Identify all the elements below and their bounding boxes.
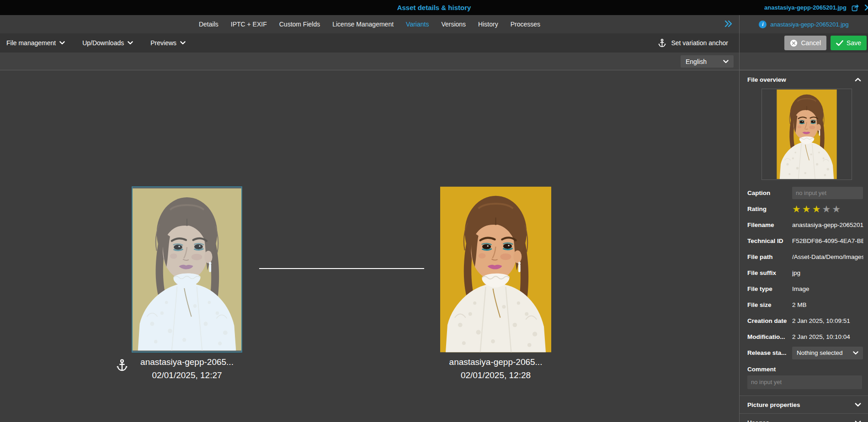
variant-color-overlay — [133, 187, 241, 352]
up-downloads-label: Up/Downloads — [82, 39, 124, 47]
previews-menu[interactable]: Previews — [150, 39, 186, 47]
file-path-label: File path — [747, 253, 792, 260]
cancel-circle-icon — [790, 39, 798, 47]
file-management-menu[interactable]: File management — [6, 39, 65, 47]
save-label: Save — [847, 39, 861, 47]
tab-custom-fields[interactable]: Custom Fields — [279, 21, 320, 28]
filename-label: Filename — [747, 222, 792, 228]
variant-caption-anchor: anastasiya-gepp-2065... 02/01/2025, 12:2… — [132, 355, 242, 382]
file-type-label: File type — [747, 285, 792, 292]
chevron-down-icon[interactable] — [855, 403, 861, 407]
technical-id-label: Technical ID — [747, 237, 792, 244]
file-thumbnail[interactable] — [776, 90, 838, 179]
field-rating: Rating ★★★★★ — [740, 201, 868, 217]
chevron-down-icon[interactable] — [855, 421, 861, 422]
tab-bar: Details IPTC + EXIF Custom Fields Licens… — [0, 15, 739, 33]
chevron-down-icon — [723, 60, 729, 63]
file-path-value: /Asset-Data/Demo/Images/1- — [792, 253, 863, 260]
language-select[interactable]: English — [681, 55, 734, 68]
close-icon[interactable] — [864, 4, 868, 11]
creation-date-value: 2 Jan 2025, 10:09:51 — [792, 317, 850, 324]
variant-date: 02/01/2025, 12:28 — [440, 369, 551, 382]
asset-details-window: Asset details & history anastasiya-gepp-… — [0, 0, 868, 422]
caption-label: Caption — [747, 190, 792, 196]
set-variation-anchor-label: Set variation anchor — [671, 39, 728, 47]
variant-image[interactable] — [440, 186, 551, 353]
chevron-down-icon — [853, 351, 858, 355]
field-file-path: File path /Asset-Data/Demo/Images/1- — [740, 249, 868, 265]
window-title: Asset details & history — [0, 0, 868, 15]
anchor-icon — [657, 38, 667, 48]
info-icon[interactable]: i — [759, 21, 767, 28]
star-icon[interactable]: ★ — [822, 204, 832, 214]
variant-name[interactable]: anastasiya-gepp-2065... — [440, 355, 551, 369]
panel-spacer — [740, 53, 868, 70]
field-file-size: File size 2 MB — [740, 297, 868, 313]
tab-history[interactable]: History — [478, 21, 498, 28]
file-overview-title: File overview — [747, 76, 786, 83]
variant-name[interactable]: anastasiya-gepp-2065... — [132, 355, 242, 369]
picture-properties-title: Picture properties — [747, 401, 800, 408]
tab-versions[interactable]: Versions — [441, 21, 466, 28]
file-size-value: 2 MB — [792, 301, 807, 308]
top-title-bar: Asset details & history anastasiya-gepp-… — [0, 0, 868, 15]
file-overview-fields: Caption Rating ★★★★★ Filename anastasiya… — [740, 185, 868, 391]
topbar-filename: anastasiya-gepp-2065201.jpg — [764, 4, 847, 11]
file-thumbnail-frame — [761, 89, 852, 180]
chevron-down-icon — [128, 41, 133, 45]
filename-value: anastasiya-gepp-2065201.jpg — [792, 222, 863, 228]
anchor-icon — [115, 358, 129, 375]
toolbar-left-group: File management Up/Downloads Previews — [6, 33, 186, 53]
release-status-select[interactable]: Nothing selected — [792, 347, 863, 359]
file-type-value: Image — [792, 285, 809, 292]
previews-label: Previews — [150, 39, 176, 47]
field-caption: Caption — [740, 185, 868, 201]
field-file-suffix: File suffix jpg — [740, 265, 868, 281]
field-release-status: Release sta... Nothing selected — [740, 345, 868, 361]
variant-image-anchor[interactable] — [132, 186, 242, 353]
tab-iptc-exif[interactable]: IPTC + EXIF — [231, 21, 267, 28]
tab-processes[interactable]: Processes — [511, 21, 540, 28]
comment-input[interactable] — [747, 375, 862, 389]
variant-caption: anastasiya-gepp-2065... 02/01/2025, 12:2… — [440, 355, 551, 382]
picture-properties-header[interactable]: Picture properties — [740, 396, 868, 413]
field-modification-date: Modificatio... 2 Jan 2025, 10:10:04 — [740, 329, 868, 345]
file-suffix-value: jpg — [792, 269, 800, 276]
modification-date-label: Modificatio... — [747, 333, 792, 340]
release-status-value: Nothing selected — [797, 349, 843, 356]
chevron-up-icon[interactable] — [855, 78, 861, 82]
file-suffix-label: File suffix — [747, 269, 792, 276]
rating-stars[interactable]: ★★★★★ — [792, 204, 842, 214]
file-overview-header[interactable]: File overview — [740, 70, 868, 89]
tab-details[interactable]: Details — [199, 21, 218, 28]
expand-panel-icon[interactable] — [724, 20, 733, 28]
tab-license-management[interactable]: License Management — [332, 21, 394, 28]
cancel-button[interactable]: Cancel — [784, 36, 826, 50]
panel-action-buttons: Cancel Save — [740, 33, 868, 53]
star-icon[interactable]: ★ — [832, 204, 842, 214]
panel-asset-header: i anastasiya-gepp-2065201.jpg — [740, 15, 868, 33]
field-creation-date: Creation date 2 Jan 2025, 10:09:51 — [740, 313, 868, 329]
save-button[interactable]: Save — [831, 36, 867, 50]
usages-header[interactable]: Usages — [740, 413, 868, 422]
technical-id-value: F52BDF86-4095-4EA7-BB23 — [792, 237, 863, 244]
tab-list: Details IPTC + EXIF Custom Fields Licens… — [0, 15, 739, 33]
caption-input[interactable] — [792, 187, 863, 199]
set-variation-anchor-button[interactable]: Set variation anchor — [657, 33, 728, 53]
open-external-icon[interactable] — [851, 3, 860, 12]
star-icon[interactable]: ★ — [802, 204, 812, 214]
action-toolbar: File management Up/Downloads Previews Se… — [0, 33, 739, 53]
tab-variants[interactable]: Variants — [406, 21, 429, 28]
star-icon[interactable]: ★ — [792, 204, 802, 214]
details-side-panel: i anastasiya-gepp-2065201.jpg Cancel Sav… — [739, 15, 868, 422]
file-management-label: File management — [6, 39, 56, 47]
creation-date-label: Creation date — [747, 317, 792, 324]
language-selected-value: English — [686, 58, 707, 65]
panel-asset-filename[interactable]: anastasiya-gepp-2065201.jpg — [770, 21, 848, 28]
variant-connector-line — [259, 268, 424, 269]
comment-label: Comment — [747, 364, 868, 375]
star-icon[interactable]: ★ — [812, 204, 822, 214]
field-file-type: File type Image — [740, 281, 868, 297]
up-downloads-menu[interactable]: Up/Downloads — [82, 39, 133, 47]
cancel-label: Cancel — [801, 39, 821, 47]
